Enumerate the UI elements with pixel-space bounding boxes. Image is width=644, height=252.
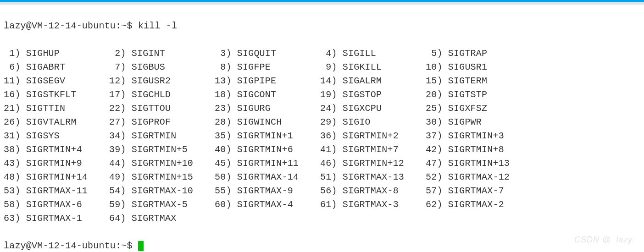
signal-entry: 38) SIGRTMIN+4	[4, 143, 109, 157]
signal-entry: 50) SIGRTMAX-14	[215, 170, 320, 184]
signal-row: 31) SIGSYS34) SIGRTMIN35) SIGRTMIN+136) …	[4, 129, 640, 143]
signal-entry: 39) SIGRTMIN+5	[109, 143, 215, 157]
prompt-user: lazy	[4, 21, 26, 31]
signal-entry: 7) SIGBUS	[109, 60, 215, 74]
signal-entry: 44) SIGRTMIN+10	[109, 157, 215, 170]
signal-row: 48) SIGRTMIN+1449) SIGRTMIN+1550) SIGRTM…	[4, 170, 640, 184]
signal-row: 21) SIGTTIN22) SIGTTOU23) SIGURG24) SIGX…	[4, 102, 640, 115]
terminal-cursor	[138, 241, 144, 251]
signal-row: 1) SIGHUP 2) SIGINT 3) SIGQUIT 4) SIGILL…	[4, 47, 640, 60]
signal-entry: 13) SIGPIPE	[215, 74, 320, 88]
signal-entry: 63) SIGRTMAX-1	[4, 212, 109, 225]
prompt-user: lazy	[4, 241, 26, 251]
signal-row: 6) SIGABRT 7) SIGBUS 8) SIGFPE 9) SIGKIL…	[4, 60, 640, 74]
signal-entry: 46) SIGRTMIN+12	[320, 157, 426, 170]
signal-entry: 4) SIGILL	[320, 47, 426, 60]
signal-entry: 48) SIGRTMIN+14	[4, 170, 109, 184]
signal-entry: 37) SIGRTMIN+3	[426, 129, 531, 143]
signal-entry: 29) SIGIO	[320, 115, 426, 129]
signal-row: 58) SIGRTMAX-659) SIGRTMAX-560) SIGRTMAX…	[4, 198, 640, 212]
command-line: lazy@VM-12-14-ubuntu:~$ kill -l	[4, 19, 640, 33]
signal-entry: 3) SIGQUIT	[215, 47, 320, 60]
signal-row: 16) SIGSTKFLT17) SIGCHLD18) SIGCONT19) S…	[4, 88, 640, 102]
signal-row: 43) SIGRTMIN+944) SIGRTMIN+1045) SIGRTMI…	[4, 157, 640, 170]
signal-entry: 1) SIGHUP	[4, 47, 109, 60]
prompt-line[interactable]: lazy@VM-12-14-ubuntu:~$	[4, 239, 640, 252]
signal-entry: 47) SIGRTMIN+13	[426, 157, 531, 170]
signal-entry: 22) SIGTTOU	[109, 102, 215, 115]
signal-entry: 64) SIGRTMAX	[109, 212, 215, 225]
signal-entry: 14) SIGALRM	[320, 74, 426, 88]
terminal-area[interactable]: lazy@VM-12-14-ubuntu:~$ kill -l 1) SIGHU…	[0, 5, 644, 252]
signal-entry: 42) SIGRTMIN+8	[426, 143, 531, 157]
signal-entry: 2) SIGINT	[109, 47, 215, 60]
prompt-symbol: $	[127, 241, 132, 251]
signal-entry: 5) SIGTRAP	[426, 47, 531, 60]
signal-entry: 15) SIGTERM	[426, 74, 531, 88]
signal-entry: 10) SIGUSR1	[426, 60, 531, 74]
signal-entry: 35) SIGRTMIN+1	[215, 129, 320, 143]
signal-entry: 34) SIGRTMIN	[109, 129, 215, 143]
signal-entry: 61) SIGRTMAX-3	[320, 198, 426, 212]
signal-entry: 55) SIGRTMAX-9	[215, 184, 320, 198]
signal-entry: 23) SIGURG	[215, 102, 320, 115]
signal-entry: 59) SIGRTMAX-5	[109, 198, 215, 212]
signal-entry: 24) SIGXCPU	[320, 102, 426, 115]
signal-entry: 43) SIGRTMIN+9	[4, 157, 109, 170]
signal-entry: 11) SIGSEGV	[4, 74, 109, 88]
signal-entry: 45) SIGRTMIN+11	[215, 157, 320, 170]
signal-entry: 56) SIGRTMAX-8	[320, 184, 426, 198]
signal-entry: 40) SIGRTMIN+6	[215, 143, 320, 157]
signal-entry: 57) SIGRTMAX-7	[426, 184, 531, 198]
signal-entry: 19) SIGSTOP	[320, 88, 426, 102]
signal-entry: 62) SIGRTMAX-2	[426, 198, 531, 212]
signal-row: 63) SIGRTMAX-164) SIGRTMAX	[4, 212, 640, 225]
signal-entry: 51) SIGRTMAX-13	[320, 170, 426, 184]
signal-output: 1) SIGHUP 2) SIGINT 3) SIGQUIT 4) SIGILL…	[4, 47, 640, 225]
prompt-path: ~	[121, 241, 127, 251]
prompt-path: ~	[121, 21, 127, 31]
signal-entry: 6) SIGABRT	[4, 60, 109, 74]
signal-entry: 30) SIGPWR	[426, 115, 531, 129]
signal-row: 53) SIGRTMAX-1154) SIGRTMAX-1055) SIGRTM…	[4, 184, 640, 198]
signal-entry: 58) SIGRTMAX-6	[4, 198, 109, 212]
signal-entry: 16) SIGSTKFLT	[4, 88, 109, 102]
signal-entry: 12) SIGUSR2	[109, 74, 215, 88]
signal-entry: 31) SIGSYS	[4, 129, 109, 143]
signal-entry: 54) SIGRTMAX-10	[109, 184, 215, 198]
signal-entry: 25) SIGXFSZ	[426, 102, 531, 115]
signal-row: 38) SIGRTMIN+439) SIGRTMIN+540) SIGRTMIN…	[4, 143, 640, 157]
signal-entry: 49) SIGRTMIN+15	[109, 170, 215, 184]
signal-entry: 52) SIGRTMAX-12	[426, 170, 531, 184]
signal-entry: 8) SIGFPE	[215, 60, 320, 74]
command-text: kill -l	[138, 21, 177, 31]
signal-entry: 60) SIGRTMAX-4	[215, 198, 320, 212]
signal-entry: 36) SIGRTMIN+2	[320, 129, 426, 143]
signal-entry: 9) SIGKILL	[320, 60, 426, 74]
signal-entry: 21) SIGTTIN	[4, 102, 109, 115]
signal-row: 11) SIGSEGV12) SIGUSR213) SIGPIPE14) SIG…	[4, 74, 640, 88]
signal-entry: 28) SIGWINCH	[215, 115, 320, 129]
signal-row: 26) SIGVTALRM27) SIGPROF28) SIGWINCH29) …	[4, 115, 640, 129]
signal-entry: 26) SIGVTALRM	[4, 115, 109, 129]
signal-entry: 27) SIGPROF	[109, 115, 215, 129]
signal-entry: 20) SIGTSTP	[426, 88, 531, 102]
signal-entry: 17) SIGCHLD	[109, 88, 215, 102]
prompt-symbol: $	[127, 21, 132, 31]
signal-entry: 41) SIGRTMIN+7	[320, 143, 426, 157]
signal-entry: 18) SIGCONT	[215, 88, 320, 102]
prompt-host: VM-12-14-ubuntu	[32, 241, 116, 251]
signal-entry: 53) SIGRTMAX-11	[4, 184, 109, 198]
prompt-host: VM-12-14-ubuntu	[32, 21, 116, 31]
